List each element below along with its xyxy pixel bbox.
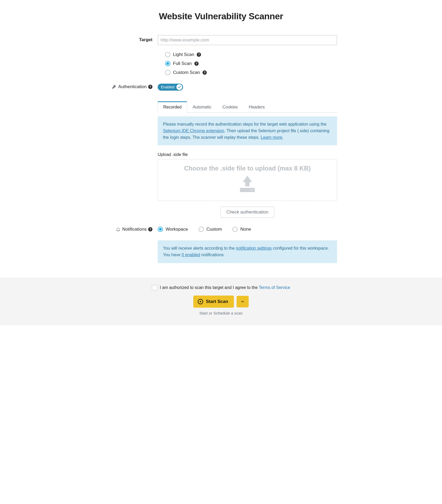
tab-recorded[interactable]: Recorded bbox=[158, 101, 187, 113]
radio-label: Light Scan bbox=[173, 52, 194, 57]
enabled-notifications-link[interactable]: 0 enabled bbox=[182, 253, 200, 257]
help-icon[interactable]: ? bbox=[194, 61, 199, 66]
footer: I am authorized to scan this target and … bbox=[0, 278, 442, 325]
upload-label: Upload .side file bbox=[158, 152, 337, 157]
notifications-label: Notifications bbox=[122, 227, 147, 232]
start-scan-button[interactable]: Start Scan bbox=[193, 296, 234, 308]
page-title: Website Vulnerability Scanner bbox=[105, 11, 337, 21]
notifications-info-box: You will receive alerts according to the… bbox=[158, 240, 337, 263]
help-icon[interactable]: ? bbox=[148, 85, 152, 89]
radio-label: Custom Scan bbox=[173, 70, 200, 75]
dropzone-text: Choose the .side file to upload (max 8 K… bbox=[163, 165, 332, 172]
upload-dropzone[interactable]: Choose the .side file to upload (max 8 K… bbox=[158, 159, 337, 201]
info-text: You will receive alerts according to the bbox=[163, 246, 236, 250]
svg-point-1 bbox=[251, 189, 252, 191]
svg-point-2 bbox=[252, 189, 253, 191]
radio-notifications-none[interactable] bbox=[232, 227, 238, 232]
info-text: . bbox=[282, 135, 283, 140]
key-icon bbox=[112, 84, 117, 89]
radio-label: Full Scan bbox=[173, 61, 192, 66]
radio-notifications-workspace[interactable] bbox=[158, 227, 163, 232]
radio-custom-scan[interactable] bbox=[165, 70, 170, 75]
help-icon[interactable]: ? bbox=[148, 227, 152, 231]
start-scan-label: Start Scan bbox=[206, 299, 228, 304]
check-authentication-button[interactable]: Check authentication bbox=[220, 207, 275, 218]
radio-label: Workspace bbox=[166, 227, 188, 232]
terms-of-service-link[interactable]: Terms of Service bbox=[259, 285, 290, 290]
info-text: Please manually record the authenticatio… bbox=[163, 122, 326, 126]
radio-label: Custom bbox=[206, 227, 222, 232]
notification-settings-link[interactable]: notification settings bbox=[236, 246, 272, 250]
play-icon bbox=[198, 299, 203, 305]
bell-icon bbox=[116, 227, 121, 232]
auth-info-box: Please manually record the authenticatio… bbox=[158, 116, 337, 145]
learn-more-link[interactable]: Learn more bbox=[261, 135, 282, 140]
chevron-down-icon bbox=[241, 299, 245, 304]
help-icon[interactable]: ? bbox=[203, 70, 207, 75]
target-input[interactable] bbox=[158, 35, 337, 45]
toggle-label: Enabled bbox=[161, 85, 174, 89]
radio-light-scan[interactable] bbox=[165, 52, 170, 57]
footer-subtext: Start or Schedule a scan bbox=[0, 311, 442, 315]
tab-cookies[interactable]: Cookies bbox=[217, 101, 243, 113]
tab-headers[interactable]: Headers bbox=[243, 101, 270, 113]
target-label: Target bbox=[105, 35, 158, 42]
radio-full-scan[interactable] bbox=[165, 61, 170, 66]
upload-icon bbox=[236, 175, 258, 194]
help-icon[interactable]: ? bbox=[197, 53, 201, 57]
agree-text: I am authorized to scan this target and … bbox=[160, 285, 259, 290]
auth-tabs: Recorded Automatic Cookies Headers bbox=[158, 101, 337, 113]
authorize-checkbox[interactable] bbox=[152, 285, 157, 290]
selenium-extension-link[interactable]: Selenium IDE Chrome extension bbox=[163, 129, 224, 133]
radio-label: None bbox=[240, 227, 251, 232]
info-text: notifications. bbox=[200, 253, 225, 257]
authentication-label: Authentication bbox=[118, 84, 147, 89]
authentication-toggle[interactable]: Enabled bbox=[158, 84, 183, 91]
tab-automatic[interactable]: Automatic bbox=[187, 101, 217, 113]
radio-notifications-custom[interactable] bbox=[199, 227, 204, 232]
start-scan-dropdown-button[interactable] bbox=[237, 296, 249, 307]
check-icon bbox=[176, 84, 182, 90]
